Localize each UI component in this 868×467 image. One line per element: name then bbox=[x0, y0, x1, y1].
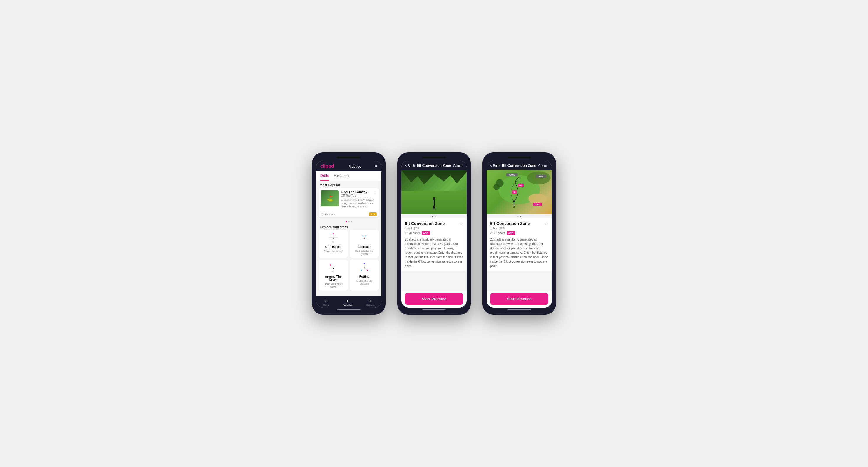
svg-point-0 bbox=[333, 238, 334, 239]
card-footer: ⏱ 10 shots OTT bbox=[318, 211, 379, 218]
img-dot-2 bbox=[435, 216, 436, 218]
svg-line-12 bbox=[364, 238, 369, 238]
home-bar-3 bbox=[507, 309, 531, 310]
svg-point-20 bbox=[332, 270, 334, 272]
drill-title-block: 6ft Conversion Zone 10-50 yds bbox=[405, 221, 444, 230]
nav-capture[interactable]: ⊕ Capture bbox=[366, 298, 374, 306]
svg-point-8 bbox=[364, 238, 365, 239]
shots-count: ⏱ 10 shots bbox=[321, 213, 335, 216]
phone-1: clippd Practice ≡ Drills Favourites Most… bbox=[312, 153, 385, 314]
favourite-icon[interactable]: ☆ bbox=[373, 190, 377, 194]
skill-approach[interactable]: Approach Dial-in to hit the green bbox=[350, 230, 379, 258]
svg-point-13 bbox=[362, 235, 364, 236]
skill-around-green[interactable]: Around The Green Hone your short game bbox=[318, 260, 348, 291]
menu-icon[interactable]: ≡ bbox=[375, 164, 377, 169]
svg-text:ROUGH: ROUGH bbox=[538, 176, 543, 177]
phone-1-screen: clippd Practice ≡ Drills Favourites Most… bbox=[316, 161, 381, 307]
svg-point-15 bbox=[333, 268, 334, 269]
category-badge: OTT bbox=[369, 212, 377, 216]
phone-notch bbox=[337, 157, 361, 158]
svg-line-46 bbox=[514, 206, 515, 208]
skill-desc-approach: Dial-in to hit the green bbox=[352, 249, 377, 256]
drill-range: 10-50 yds bbox=[405, 226, 444, 230]
clock-icon: ⏱ bbox=[321, 213, 323, 216]
putting-svg bbox=[357, 262, 372, 274]
svg-line-17 bbox=[333, 265, 336, 268]
svg-point-27 bbox=[367, 270, 368, 271]
svg-point-29 bbox=[528, 194, 547, 204]
app-header: clippd Practice ≡ bbox=[316, 161, 381, 171]
svg-text:FAIRWAY: FAIRWAY bbox=[509, 174, 515, 176]
svg-line-23 bbox=[362, 267, 364, 270]
main-content: Most Popular ⛳ Find The Fairway Off The … bbox=[316, 181, 381, 296]
phone-3: < Back 6ft Conversion Zone Cancel SAND bbox=[483, 153, 556, 314]
putting-icon bbox=[357, 262, 372, 274]
carousel-dots bbox=[316, 220, 381, 224]
phone-2: < Back 6ft Conversion Zone Cancel bbox=[397, 153, 471, 314]
most-popular-label: Most Popular bbox=[316, 181, 381, 188]
img-dot-1 bbox=[432, 216, 433, 218]
drill-header: < Back 6ft Conversion Zone Cancel bbox=[401, 161, 467, 170]
skill-name-putting: Putting bbox=[360, 275, 369, 278]
golfer-image: ⛳ bbox=[321, 190, 339, 206]
drill-content: 6ft Conversion Zone 10-50 yds ☆ ⏱ 20 sho… bbox=[401, 170, 467, 291]
phone-2-screen: < Back 6ft Conversion Zone Cancel bbox=[401, 161, 467, 307]
start-practice-button[interactable]: Start Practice bbox=[405, 293, 463, 305]
card-subtitle: Off The Tee bbox=[341, 194, 367, 197]
capture-icon: ⊕ bbox=[369, 298, 372, 303]
shots-info: ⏱ 20 shots bbox=[405, 231, 420, 235]
drill-title: 6ft Conversion Zone bbox=[405, 221, 444, 226]
nav-activities[interactable]: ♦ Activities bbox=[343, 298, 352, 306]
card-description: Create an imaginary fairway using trees … bbox=[341, 198, 377, 208]
drill-title-row: 6ft Conversion Zone 10-50 yds ☆ bbox=[405, 221, 463, 230]
svg-text:Hit: Hit bbox=[513, 191, 516, 193]
activities-label: Activities bbox=[343, 304, 352, 306]
favourite-icon-3[interactable]: ☆ bbox=[545, 221, 548, 226]
svg-text:Miss: Miss bbox=[519, 185, 522, 186]
card-thumbnail: ⛳ bbox=[321, 190, 339, 206]
svg-point-21 bbox=[364, 267, 365, 268]
back-button[interactable]: < Back bbox=[405, 164, 415, 167]
svg-point-14 bbox=[365, 235, 366, 236]
off-tee-icon bbox=[326, 232, 341, 244]
trees-silhouette bbox=[401, 170, 467, 191]
drill-content-3: SAND ROUGH FAIRWAY Miss Hit bbox=[487, 170, 552, 291]
golfer-head bbox=[433, 197, 435, 200]
drill-meta-3: ⏱ 20 shots ARG bbox=[490, 231, 548, 235]
svg-line-11 bbox=[360, 238, 364, 238]
cancel-button-3[interactable]: Cancel bbox=[538, 164, 548, 167]
skill-off-the-tee[interactable]: Off The Tee Power accuracy bbox=[318, 230, 348, 258]
activities-icon: ♦ bbox=[347, 298, 349, 303]
approach-icon bbox=[357, 232, 372, 244]
drill-header-title-3: 6ft Conversion Zone bbox=[502, 164, 536, 168]
home-icon: ⌂ bbox=[325, 298, 327, 303]
phone-3-screen: < Back 6ft Conversion Zone Cancel SAND bbox=[487, 161, 552, 307]
svg-line-1 bbox=[330, 235, 333, 238]
svg-line-16 bbox=[330, 265, 333, 268]
app-logo: clippd bbox=[320, 164, 334, 169]
svg-point-6 bbox=[333, 233, 334, 234]
capture-label: Capture bbox=[366, 304, 374, 306]
around-green-icon bbox=[326, 262, 341, 274]
favourite-icon-2[interactable]: ☆ bbox=[459, 221, 463, 226]
back-button-3[interactable]: < Back bbox=[490, 164, 500, 167]
drill-title-row-3: 6ft Conversion Zone 10-50 yds ☆ bbox=[490, 221, 548, 230]
img-dot-3-2 bbox=[520, 216, 521, 218]
clock-icon-2: ⏱ bbox=[405, 231, 408, 235]
drill-range-3: 10-50 yds bbox=[490, 226, 530, 230]
tab-favourites[interactable]: Favourites bbox=[334, 171, 350, 180]
skill-areas-grid: Off The Tee Power accuracy bbox=[316, 230, 381, 293]
start-practice-button-3[interactable]: Start Practice bbox=[490, 293, 548, 305]
course-map-svg: SAND ROUGH FAIRWAY Miss Hit bbox=[487, 170, 552, 209]
arg-badge: ARG bbox=[422, 231, 430, 235]
svg-point-7 bbox=[332, 241, 334, 243]
featured-drill-card[interactable]: ⛳ Find The Fairway Off The Tee ☆ Create … bbox=[318, 188, 379, 218]
home-bar bbox=[337, 309, 361, 310]
tab-drills[interactable]: Drills bbox=[320, 171, 329, 180]
drill-info-card-3: 6ft Conversion Zone 10-50 yds ☆ ⏱ 20 sho… bbox=[487, 218, 552, 271]
cancel-button[interactable]: Cancel bbox=[453, 164, 463, 167]
off-tee-svg bbox=[326, 232, 341, 244]
nav-home[interactable]: ⌂ Home bbox=[323, 298, 329, 306]
header-title: Practice bbox=[348, 164, 362, 169]
skill-putting[interactable]: Putting Make and lag practice bbox=[350, 260, 379, 291]
